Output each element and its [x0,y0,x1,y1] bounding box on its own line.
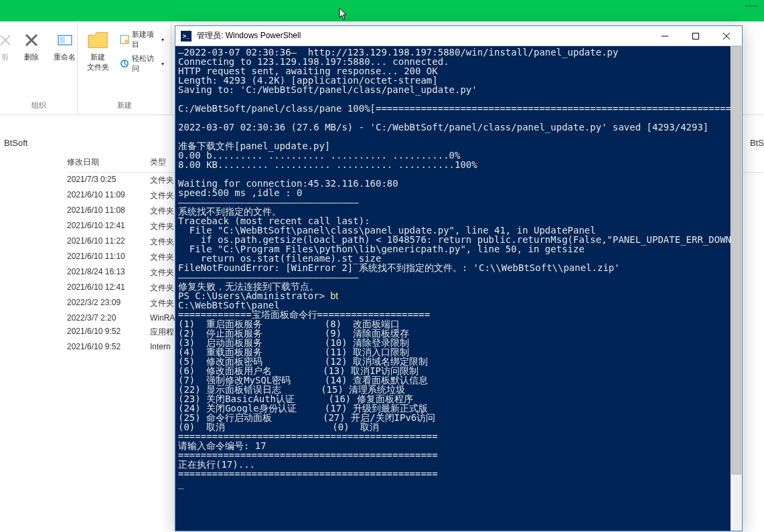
powershell-body: —2022-03-07 02:30:36— http://123.129.198… [175,46,742,531]
delete-icon [22,31,41,50]
powershell-icon: >_ [181,31,192,41]
cell-date: 2021/8/24 16:13 [67,267,150,278]
cut-button[interactable]: 剪 [0,24,13,62]
cell-date: 2021/7/3 0:25 [67,175,150,186]
new-folder-button[interactable]: 新建 文件夹 [82,24,114,72]
new-item-button[interactable]: 新建项目 ▾ [117,28,167,51]
cell-date: 2021/6/10 12:41 [67,282,150,294]
cell-date: 2021/6/10 11:22 [67,236,150,248]
right-edge-partial-text: BtS [747,138,764,148]
close-icon [723,33,730,39]
folder-icon [87,31,108,50]
col-header-date[interactable]: 修改日期 [67,157,150,168]
rename-label: 重命名 [54,52,76,62]
cell-date: 2022/3/2 23:09 [67,298,150,309]
cut-label: 剪 [1,52,9,62]
delete-button[interactable]: 删除 [16,24,47,62]
rename-button[interactable]: 重命名 [50,24,80,62]
svg-rect-5 [693,33,699,39]
ribbon-group-new-label: 新建 [117,100,132,112]
window-minimize-button[interactable] [650,26,680,46]
breadcrumb[interactable]: BtSoft [4,138,27,148]
cell-date: 2021/6/10 11:10 [67,252,150,263]
easy-access-icon [119,58,129,69]
powershell-titlebar[interactable]: >_ 管理员: Windows PowerShell [175,26,742,46]
svg-rect-1 [60,37,65,43]
powershell-window: >_ 管理员: Windows PowerShell —2022-03-07 0… [175,25,743,531]
rename-icon [56,31,74,49]
cell-date: 2021/6/10 9:52 [67,342,150,351]
new-item-icon [119,34,129,45]
dropdown-icon: ▾ [161,61,164,67]
cut-icon [0,33,13,48]
terminal-content[interactable]: —2022-03-07 02:30:36— http://123.129.198… [175,46,731,531]
cell-date: 2021/6/10 12:41 [67,221,150,232]
window-maximize-button[interactable] [680,26,711,46]
powershell-title: 管理员: Windows PowerShell [197,30,650,41]
app-titlebar [0,0,764,21]
cell-date: 2021/6/10 11:08 [67,205,150,217]
minimize-icon [662,33,668,39]
new-folder-label: 新建 文件夹 [87,52,109,72]
scrollbar-thumb[interactable] [731,46,741,474]
svg-point-3 [125,39,129,43]
ribbon-group-organize-label: 组织 [31,100,46,112]
cell-date: 2022/3/7 2:20 [67,313,150,323]
maximize-icon [692,33,699,39]
dropdown-icon: ▾ [161,37,164,43]
window-close-button[interactable] [711,26,742,46]
minimize-indicator[interactable] [745,5,757,7]
easy-access-button[interactable]: 轻松访问 ▾ [117,52,167,75]
delete-label: 删除 [24,52,39,62]
scrollbar[interactable] [731,46,742,531]
easy-access-label: 轻松访问 [132,54,159,74]
cell-date: 2021/6/10 11:09 [67,190,150,201]
cursor-icon [339,7,348,21]
cell-date: 2021/6/10 9:52 [67,327,150,338]
new-item-label: 新建项目 [132,29,159,50]
